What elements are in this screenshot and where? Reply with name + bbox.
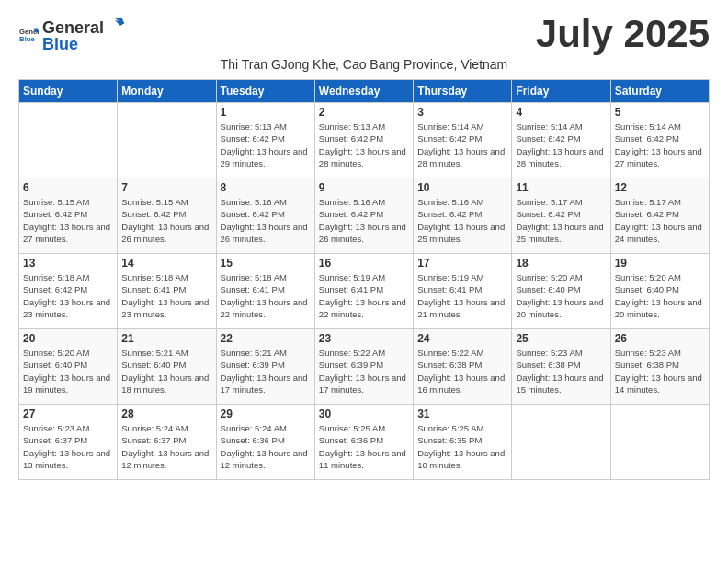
day-number: 3 [417,106,507,119]
calendar-cell-w3-d5: 18Sunrise: 5:20 AMSunset: 6:40 PMDayligh… [512,254,610,329]
day-info: Sunrise: 5:17 AMSunset: 6:42 PMDaylight:… [516,196,606,245]
calendar-week-4: 20Sunrise: 5:20 AMSunset: 6:40 PMDayligh… [19,329,710,405]
day-number: 19 [615,257,705,270]
day-info: Sunrise: 5:23 AMSunset: 6:37 PMDaylight:… [23,422,113,471]
day-info: Sunrise: 5:18 AMSunset: 6:42 PMDaylight:… [23,271,113,320]
calendar-cell-w4-d5: 25Sunrise: 5:23 AMSunset: 6:38 PMDayligh… [512,329,610,405]
day-number: 20 [23,332,113,345]
calendar-cell-w2-d6: 12Sunrise: 5:17 AMSunset: 6:42 PMDayligh… [610,178,709,254]
day-info: Sunrise: 5:22 AMSunset: 6:38 PMDaylight:… [417,347,507,396]
day-number: 30 [319,408,409,420]
header: General Blue General Blue July 2025 [18,15,710,53]
day-number: 10 [417,181,507,194]
calendar-week-5: 27Sunrise: 5:23 AMSunset: 6:37 PMDayligh… [19,405,710,480]
calendar-cell-w5-d6 [610,405,709,480]
day-info: Sunrise: 5:18 AMSunset: 6:41 PMDaylight:… [121,271,211,320]
day-info: Sunrise: 5:14 AMSunset: 6:42 PMDaylight:… [516,121,606,169]
day-info: Sunrise: 5:20 AMSunset: 6:40 PMDaylight:… [23,347,113,396]
day-info: Sunrise: 5:23 AMSunset: 6:38 PMDaylight:… [516,347,606,396]
day-info: Sunrise: 5:14 AMSunset: 6:42 PMDaylight:… [615,121,705,169]
calendar-cell-w4-d1: 21Sunrise: 5:21 AMSunset: 6:40 PMDayligh… [118,329,216,405]
day-info: Sunrise: 5:19 AMSunset: 6:41 PMDaylight:… [319,271,409,320]
day-number: 7 [121,181,211,194]
day-number: 28 [121,408,211,420]
day-info: Sunrise: 5:13 AMSunset: 6:42 PMDaylight:… [221,121,311,169]
day-number: 12 [615,181,705,194]
calendar-week-1: 1Sunrise: 5:13 AMSunset: 6:42 PMDaylight… [19,103,710,178]
day-info: Sunrise: 5:16 AMSunset: 6:42 PMDaylight:… [319,196,409,245]
page: General Blue General Blue July 2025 [0,0,728,489]
day-info: Sunrise: 5:20 AMSunset: 6:40 PMDaylight:… [615,271,705,320]
day-info: Sunrise: 5:23 AMSunset: 6:38 PMDaylight:… [615,347,705,396]
day-info: Sunrise: 5:18 AMSunset: 6:41 PMDaylight:… [221,271,311,320]
day-number: 23 [319,332,409,345]
day-number: 17 [417,257,507,270]
calendar-cell-w4-d3: 23Sunrise: 5:22 AMSunset: 6:39 PMDayligh… [314,329,413,405]
calendar-cell-w1-d1 [118,103,216,178]
calendar-cell-w1-d5: 4Sunrise: 5:14 AMSunset: 6:42 PMDaylight… [512,103,610,178]
day-number: 11 [516,181,606,194]
day-number: 14 [121,257,211,270]
logo: General Blue General Blue [18,15,124,53]
svg-text:Blue: Blue [19,35,35,43]
day-info: Sunrise: 5:24 AMSunset: 6:37 PMDaylight:… [121,422,211,471]
header-tuesday: Tuesday [216,80,314,103]
day-number: 27 [23,408,113,420]
day-info: Sunrise: 5:25 AMSunset: 6:36 PMDaylight:… [319,422,409,471]
day-number: 1 [221,106,311,119]
day-info: Sunrise: 5:24 AMSunset: 6:36 PMDaylight:… [221,422,311,471]
logo-icon: General Blue [18,24,39,44]
calendar-cell-w1-d3: 2Sunrise: 5:13 AMSunset: 6:42 PMDaylight… [314,103,413,178]
day-number: 21 [121,332,211,345]
day-info: Sunrise: 5:21 AMSunset: 6:40 PMDaylight:… [121,347,211,396]
day-number: 4 [516,106,606,119]
calendar-cell-w5-d2: 29Sunrise: 5:24 AMSunset: 6:36 PMDayligh… [216,405,314,480]
day-info: Sunrise: 5:20 AMSunset: 6:40 PMDaylight:… [516,271,606,320]
calendar-week-3: 13Sunrise: 5:18 AMSunset: 6:42 PMDayligh… [19,254,710,329]
subtitle: Thi Tran GJong Khe, Cao Bang Province, V… [18,57,710,72]
calendar-cell-w2-d3: 9Sunrise: 5:16 AMSunset: 6:42 PMDaylight… [314,178,413,254]
header-wednesday: Wednesday [314,80,413,103]
calendar-week-2: 6Sunrise: 5:15 AMSunset: 6:42 PMDaylight… [19,178,710,254]
day-info: Sunrise: 5:14 AMSunset: 6:42 PMDaylight:… [417,121,507,169]
day-number: 16 [319,257,409,270]
calendar-cell-w3-d6: 19Sunrise: 5:20 AMSunset: 6:40 PMDayligh… [610,254,709,329]
calendar-cell-w5-d5 [512,405,610,480]
calendar-cell-w4-d0: 20Sunrise: 5:20 AMSunset: 6:40 PMDayligh… [19,329,118,405]
calendar-header-row: Sunday Monday Tuesday Wednesday Thursday… [19,80,710,103]
day-info: Sunrise: 5:22 AMSunset: 6:39 PMDaylight:… [319,347,409,396]
day-info: Sunrise: 5:16 AMSunset: 6:42 PMDaylight:… [221,196,311,245]
calendar-cell-w3-d3: 16Sunrise: 5:19 AMSunset: 6:41 PMDayligh… [314,254,413,329]
calendar-cell-w5-d4: 31Sunrise: 5:25 AMSunset: 6:35 PMDayligh… [414,405,512,480]
calendar-cell-w5-d3: 30Sunrise: 5:25 AMSunset: 6:36 PMDayligh… [314,405,413,480]
calendar-cell-w2-d5: 11Sunrise: 5:17 AMSunset: 6:42 PMDayligh… [512,178,610,254]
calendar-cell-w3-d2: 15Sunrise: 5:18 AMSunset: 6:41 PMDayligh… [216,254,314,329]
calendar-cell-w2-d0: 6Sunrise: 5:15 AMSunset: 6:42 PMDaylight… [19,178,118,254]
day-number: 6 [23,181,113,194]
calendar-cell-w2-d2: 8Sunrise: 5:16 AMSunset: 6:42 PMDaylight… [216,178,314,254]
month-title: July 2025 [536,15,710,53]
day-number: 2 [319,106,409,119]
calendar-cell-w3-d4: 17Sunrise: 5:19 AMSunset: 6:41 PMDayligh… [414,254,512,329]
calendar-cell-w4-d2: 22Sunrise: 5:21 AMSunset: 6:39 PMDayligh… [216,329,314,405]
calendar-cell-w5-d0: 27Sunrise: 5:23 AMSunset: 6:37 PMDayligh… [19,405,118,480]
header-friday: Friday [512,80,610,103]
day-info: Sunrise: 5:16 AMSunset: 6:42 PMDaylight:… [417,196,507,245]
calendar-cell-w1-d0 [19,103,118,178]
header-monday: Monday [118,80,216,103]
calendar-cell-w3-d1: 14Sunrise: 5:18 AMSunset: 6:41 PMDayligh… [118,254,216,329]
calendar-cell-w2-d1: 7Sunrise: 5:15 AMSunset: 6:42 PMDaylight… [118,178,216,254]
day-number: 26 [615,332,705,345]
day-info: Sunrise: 5:19 AMSunset: 6:41 PMDaylight:… [417,271,507,320]
calendar-cell-w4-d6: 26Sunrise: 5:23 AMSunset: 6:38 PMDayligh… [610,329,709,405]
calendar-cell-w1-d6: 5Sunrise: 5:14 AMSunset: 6:42 PMDaylight… [610,103,709,178]
day-number: 15 [221,257,311,270]
header-sunday: Sunday [19,80,118,103]
calendar-cell-w2-d4: 10Sunrise: 5:16 AMSunset: 6:42 PMDayligh… [414,178,512,254]
calendar-cell-w4-d4: 24Sunrise: 5:22 AMSunset: 6:38 PMDayligh… [414,329,512,405]
day-info: Sunrise: 5:25 AMSunset: 6:35 PMDaylight:… [417,422,507,471]
day-info: Sunrise: 5:21 AMSunset: 6:39 PMDaylight:… [221,347,311,396]
day-number: 8 [221,181,311,194]
header-thursday: Thursday [414,80,512,103]
day-number: 22 [221,332,311,345]
